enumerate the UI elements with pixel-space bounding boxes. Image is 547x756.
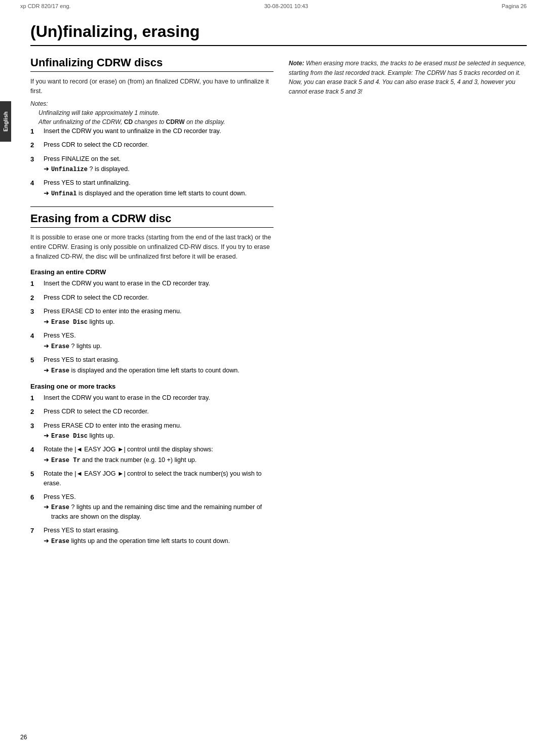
note1: Unfinalizing will take approximately 1 m…: [38, 108, 274, 117]
section2-title: Erasing from a CDRW disc: [30, 212, 274, 228]
subsection2-steps: 1 Insert the CDRW you want to erase in t…: [30, 393, 274, 546]
s1-step4-arrow: ➜ Erase ? lights up.: [44, 342, 274, 351]
note2-cd: CD: [124, 118, 133, 125]
page-container: xp CDR 820/17 eng. 30-08-2001 10:43 Pagi…: [0, 0, 547, 756]
s2-step7-arrow: ➜ Erase lights up and the operation time…: [44, 536, 274, 546]
section1-intro: If you want to record (or erase) on (fro…: [30, 77, 274, 96]
s1-step3-arrow: ➜ Erase Disc lights up.: [44, 317, 274, 327]
s1-step2: 2 Press CDR to select the CD recorder.: [30, 293, 274, 303]
main-content: (Un)finalizing, erasing Unfinalizing CDR…: [0, 12, 547, 570]
page-title: (Un)finalizing, erasing: [30, 22, 527, 46]
note2-cdrw: CDRW: [166, 118, 184, 125]
header-bar: xp CDR 820/17 eng. 30-08-2001 10:43 Pagi…: [0, 0, 547, 12]
s2-step2: 2 Press CDR to select the CD recorder.: [30, 407, 274, 417]
s2-step3-arrow: ➜ Erase Disc lights up.: [44, 431, 274, 441]
step-1-2-text: Press CDR to select the CD recorder.: [44, 141, 149, 148]
header-left: xp CDR 820/17 eng.: [20, 3, 71, 9]
step-1-4-arrow: ➜ Unfinal is displayed and the operation…: [44, 189, 274, 198]
s2-step6: 6 Press YES. ➜ Erase ? lights up and the…: [30, 492, 274, 522]
s2-step1: 1 Insert the CDRW you want to erase in t…: [30, 393, 274, 403]
section1-title: Unfinalizing CDRW discs: [30, 56, 274, 72]
section-divider: [30, 206, 274, 207]
section1-steps: 1 Insert the CDRW you want to unfinalize…: [30, 127, 274, 199]
note2: After unfinalizing of the CDRW, CD chang…: [38, 117, 274, 127]
step-1-2: 2 Press CDR to select the CD recorder.: [30, 140, 274, 150]
step-1-1-text: Insert the CDRW you want to unfinalize i…: [44, 128, 221, 135]
page-number: 26: [20, 734, 27, 741]
s1-step3: 3 Press ERASE CD to enter into the erasi…: [30, 307, 274, 327]
s2-step4-arrow: ➜ Erase Tr and the track number (e.g. 10…: [44, 455, 274, 465]
s1-step1: 1 Insert the CDRW you want to erase in t…: [30, 279, 274, 289]
step-1-3-text: Press FINALIZE on the set.: [44, 155, 121, 162]
subsection1-steps: 1 Insert the CDRW you want to erase in t…: [30, 279, 274, 375]
header-right: Pagina 26: [501, 3, 527, 9]
step-1-4: 4 Press YES to start unfinalizing. ➜ Unf…: [30, 178, 274, 198]
s2-step7: 7 Press YES to start erasing. ➜ Erase li…: [30, 526, 274, 546]
subsection2-title: Erasing one or more tracks: [30, 383, 274, 390]
step-1-4-text: Press YES to start unfinalizing.: [44, 179, 130, 186]
step-1-1: 1 Insert the CDRW you want to unfinalize…: [30, 127, 274, 137]
s2-step6-arrow: ➜ Erase ? lights up and the remaining di…: [44, 502, 274, 522]
s1-step5-arrow: ➜ Erase is displayed and the operation t…: [44, 366, 274, 375]
step-1-3: 3 Press FINALIZE on the set. ➜ Unfinaliz…: [30, 154, 274, 175]
s1-step5: 5 Press YES to start erasing. ➜ Erase is…: [30, 355, 274, 375]
s2-step5: 5 Rotate the |◄ EASY JOG ►| control to s…: [30, 469, 274, 488]
right-note: Note: When erasing more tracks, the trac…: [289, 59, 527, 96]
left-column: Unfinalizing CDRW discs If you want to r…: [30, 56, 274, 550]
section2-intro: It is possible to erase one or more trac…: [30, 233, 274, 261]
sidebar-language-tab: English: [0, 101, 11, 142]
step-1-3-arrow: ➜ Unfinalize ? is displayed.: [44, 164, 274, 174]
s1-step4: 4 Press YES. ➜ Erase ? lights up.: [30, 331, 274, 351]
subsection1-title: Erasing an entire CDRW: [30, 268, 274, 276]
header-middle: 30-08-2001 10:43: [264, 3, 308, 9]
two-column-layout: Unfinalizing CDRW discs If you want to r…: [30, 56, 527, 550]
right-column: Note: When erasing more tracks, the trac…: [289, 56, 527, 550]
notes-label: Notes:: [30, 100, 274, 107]
s2-step4: 4 Rotate the |◄ EASY JOG ►| control unti…: [30, 445, 274, 465]
s2-step3: 3 Press ERASE CD to enter into the erasi…: [30, 421, 274, 441]
